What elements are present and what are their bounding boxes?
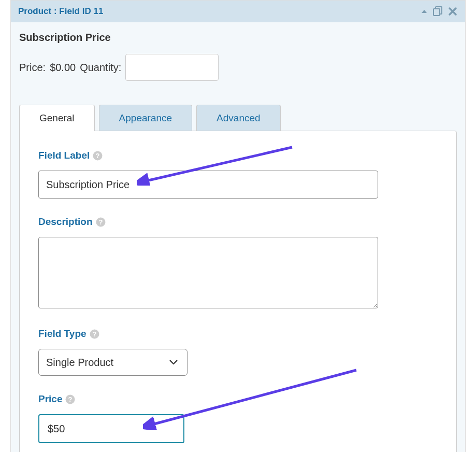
collapse-icon[interactable]	[421, 9, 428, 14]
tabs-container: General Appearance Advanced Field Label …	[11, 105, 465, 452]
quantity-label: Quantity:	[80, 62, 121, 74]
price-label-heading: Price ?	[38, 393, 438, 405]
description-group: Description ?	[38, 216, 438, 310]
svg-marker-0	[422, 10, 427, 13]
help-icon[interactable]: ?	[93, 151, 103, 161]
field-label-label: Field Label ?	[38, 150, 438, 161]
price-quantity-row: Price: $0.00 Quantity:	[19, 54, 457, 81]
description-label: Description ?	[38, 216, 438, 228]
price-text: Price	[38, 393, 62, 405]
field-title: Subscription Price	[19, 32, 457, 44]
field-label-input[interactable]	[38, 171, 378, 199]
panel-header: Product : Field ID 11	[11, 1, 465, 22]
tab-advanced[interactable]: Advanced	[196, 105, 281, 131]
price-group: Price ?	[38, 393, 438, 443]
field-type-text: Field Type	[38, 328, 86, 340]
field-editor-panel: Product : Field ID 11 Subscription Price	[10, 0, 466, 452]
help-icon[interactable]: ?	[90, 329, 99, 339]
duplicate-icon[interactable]	[432, 6, 443, 17]
help-icon[interactable]: ?	[65, 394, 75, 404]
tab-general[interactable]: General	[19, 105, 95, 131]
svg-text:?: ?	[92, 330, 96, 338]
price-value: $0.00	[50, 62, 76, 74]
field-type-select-wrapper: Single Product	[38, 349, 187, 376]
field-label-group: Field Label ?	[38, 150, 438, 199]
description-textarea[interactable]	[38, 237, 378, 308]
svg-text:?: ?	[98, 218, 103, 226]
price-label: Price:	[19, 62, 46, 74]
field-type-label: Field Type ?	[38, 328, 438, 340]
tabs: General Appearance Advanced	[19, 105, 457, 131]
svg-text:?: ?	[68, 396, 73, 403]
svg-rect-1	[434, 9, 440, 16]
help-icon[interactable]: ?	[96, 217, 106, 227]
field-type-select[interactable]: Single Product	[38, 349, 187, 376]
description-text: Description	[38, 216, 93, 228]
quantity-input[interactable]	[125, 54, 219, 81]
panel-title: Product : Field ID 11	[18, 6, 103, 17]
field-label-text: Field Label	[38, 150, 90, 161]
price-input[interactable]	[38, 414, 184, 443]
tab-content-general: Field Label ? Description ?	[19, 131, 457, 452]
panel-actions	[421, 6, 458, 17]
svg-text:?: ?	[96, 152, 100, 160]
field-type-group: Field Type ? Single Product	[38, 328, 438, 376]
close-icon[interactable]	[448, 6, 458, 17]
panel-body: Subscription Price Price: $0.00 Quantity…	[11, 22, 465, 105]
tab-appearance[interactable]: Appearance	[99, 105, 192, 131]
